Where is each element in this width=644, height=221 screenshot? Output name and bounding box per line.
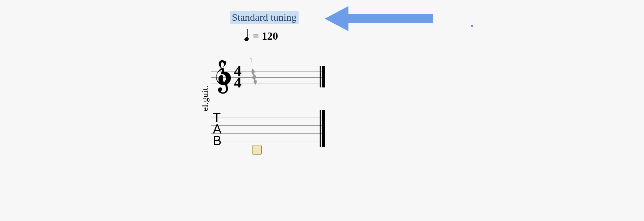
tab-letter-t: T xyxy=(213,112,221,123)
standard-staff[interactable]: 1 4 4 xyxy=(211,66,325,89)
final-barline-thin xyxy=(320,66,321,87)
tab-clef-icon: T A B xyxy=(213,112,221,146)
cursor-dot xyxy=(471,25,473,27)
barline-left xyxy=(211,110,211,147)
measure-number: 1 xyxy=(249,57,253,64)
time-sig-denominator: 4 xyxy=(234,77,241,88)
quarter-note-icon xyxy=(243,31,250,42)
arrow-icon xyxy=(325,3,433,34)
tempo-value: 120 xyxy=(262,30,278,42)
tab-lines xyxy=(211,110,325,149)
final-barline-thick xyxy=(322,110,325,147)
svg-marker-0 xyxy=(325,6,433,31)
playhead-marker[interactable] xyxy=(252,145,262,155)
final-barline-thin xyxy=(320,110,321,147)
instrument-label: el.guit. xyxy=(200,75,210,122)
tab-staff[interactable]: T A B xyxy=(211,110,325,149)
final-barline-thick xyxy=(322,66,325,87)
time-signature[interactable]: 4 4 xyxy=(234,64,245,89)
barline-left xyxy=(211,66,211,87)
rest-icon xyxy=(249,68,260,85)
tempo-marking[interactable]: = 120 xyxy=(243,30,278,42)
tuning-label[interactable]: Standard tuning xyxy=(230,11,299,24)
tempo-equals: = xyxy=(253,30,259,42)
tab-letter-b: B xyxy=(213,135,221,146)
treble-clef-icon xyxy=(212,58,232,99)
tab-letter-a: A xyxy=(213,123,221,135)
